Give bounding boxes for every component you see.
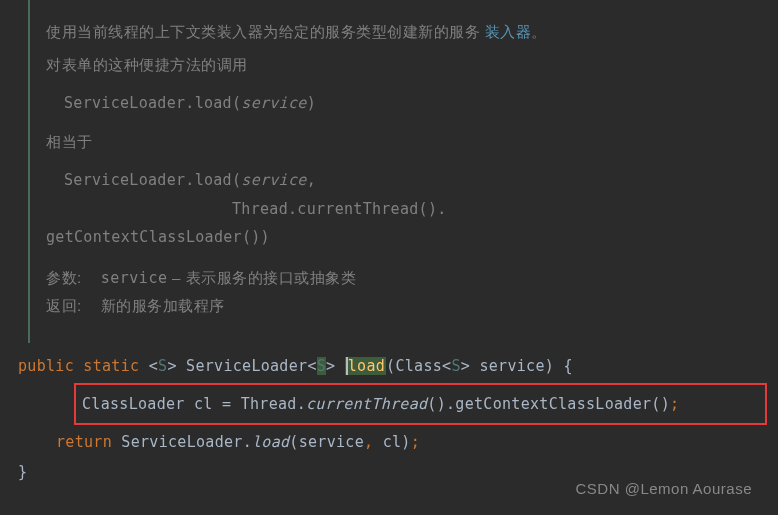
angle-open: < <box>307 357 316 375</box>
keyword-static: static <box>83 357 139 375</box>
method-call-italic: load <box>252 433 289 451</box>
doc-text: 使用当前线程的上下文类装入器为给定的服务类型创建新的服务 <box>46 23 485 40</box>
code-line-signature: public static <S> ServiceLoader<S> load(… <box>18 351 778 381</box>
arg: cl <box>383 433 402 451</box>
doc-params-section: 参数: service – 表示服务的接口或抽象类 <box>46 264 764 293</box>
angle-open: < <box>149 357 158 375</box>
code-param-italic: service <box>241 94 306 112</box>
doc-link-loader[interactable]: 装入器 <box>485 23 532 40</box>
param-type: Class <box>395 357 442 375</box>
keyword-public: public <box>18 357 74 375</box>
code-param-italic: service <box>241 171 306 189</box>
watermark-text: CSDN @Lemon Aourase <box>576 480 752 497</box>
var-name: cl <box>194 395 213 413</box>
semicolon: ; <box>670 395 679 413</box>
doc-param-name: service <box>101 269 168 287</box>
code-line-return: return ServiceLoader.load(service, cl); <box>18 427 778 457</box>
equals: = <box>222 395 231 413</box>
keyword-return: return <box>56 433 112 451</box>
javadoc-block: 使用当前线程的上下文类装入器为给定的服务类型创建新的服务 装入器。 对表单的这种… <box>28 0 778 343</box>
doc-returns-label: 返回: <box>46 297 82 314</box>
doc-description-line2: 对表单的这种便捷方法的调用 <box>46 51 764 80</box>
arg: service <box>299 433 364 451</box>
code-editor-view: 使用当前线程的上下文类装入器为给定的服务类型创建新的服务 装入器。 对表单的这种… <box>0 0 778 487</box>
doc-param-dash: – <box>167 269 185 286</box>
var-type: ClassLoader <box>82 395 185 413</box>
angle-close: > <box>167 357 176 375</box>
text-cursor <box>346 357 348 375</box>
code-text: ) <box>307 94 316 112</box>
code-text: ServiceLoader.load( <box>64 94 241 112</box>
code-line: getContextClassLoader()) <box>46 223 764 252</box>
code-line: ServiceLoader.load(service, <box>64 166 764 195</box>
code-text: ServiceLoader.load( <box>64 171 241 189</box>
doc-params-label: 参数: <box>46 269 82 286</box>
parens: () <box>651 395 670 413</box>
doc-code-example-1: ServiceLoader.load(service) <box>46 89 764 118</box>
paren-close: ) <box>545 357 554 375</box>
class-ref: Thread <box>241 395 297 413</box>
doc-returns-section: 返回: 新的服务加载程序 <box>46 292 764 321</box>
angle-close: > <box>326 357 335 375</box>
generic-type-highlighted: S <box>317 357 326 375</box>
code-line: Thread.currentThread(). <box>64 195 764 224</box>
dot: . <box>243 433 252 451</box>
parens: () <box>427 395 446 413</box>
class-ref: ServiceLoader <box>121 433 242 451</box>
comma: , <box>364 433 373 451</box>
highlighted-code-box: ClassLoader cl = Thread.currentThread().… <box>74 383 767 425</box>
method-call-italic: currentThread <box>306 395 427 413</box>
method-call: getContextClassLoader <box>455 395 651 413</box>
doc-text-period: 。 <box>531 23 547 40</box>
generic-type: S <box>158 357 167 375</box>
doc-returns-desc: 新的服务加载程序 <box>101 297 225 314</box>
dot: . <box>446 395 455 413</box>
param-name: service <box>479 357 544 375</box>
doc-param-desc: 表示服务的接口或抽象类 <box>186 269 357 286</box>
dot: . <box>297 395 306 413</box>
code-text: , <box>307 171 316 189</box>
doc-code-example-2: ServiceLoader.load(service, Thread.curre… <box>46 166 764 252</box>
generic-type: S <box>451 357 460 375</box>
doc-description-line1: 使用当前线程的上下文类装入器为给定的服务类型创建新的服务 装入器。 <box>46 18 764 47</box>
doc-description-line3: 相当于 <box>46 128 764 157</box>
semicolon: ; <box>411 433 420 451</box>
paren-open: ( <box>289 433 298 451</box>
paren-close: ) <box>401 433 410 451</box>
angle-close: > <box>461 357 470 375</box>
return-type: ServiceLoader <box>186 357 307 375</box>
brace-close: } <box>18 463 27 481</box>
method-name: load <box>348 357 385 375</box>
source-code-block[interactable]: public static <S> ServiceLoader<S> load(… <box>0 343 778 487</box>
brace-open: { <box>563 357 572 375</box>
